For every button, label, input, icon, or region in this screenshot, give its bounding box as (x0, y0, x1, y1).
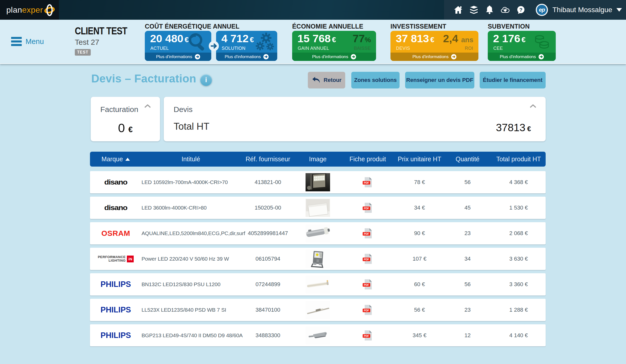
kpi-baisse-label: BAISSE (354, 46, 371, 51)
home-icon[interactable] (454, 6, 462, 14)
arrow-circle-icon (351, 54, 356, 59)
kpi-solution-more[interactable]: Plus d'informations (216, 53, 277, 61)
kpi-gain-label: GAIN ANNUEL (298, 46, 329, 51)
column-header-ref[interactable]: Réf. fournisseur (240, 155, 296, 163)
logo-text: planexper (6, 5, 43, 15)
kpi-devis-label: DEVIS (396, 46, 410, 51)
product-title: BN132C LED12S/830 PSU L1200 (142, 281, 240, 287)
kpi-solution-value: 4 712 (221, 32, 249, 44)
chevron-down-icon[interactable] (616, 8, 622, 12)
pdf-icon[interactable]: PDF (340, 228, 396, 239)
total-price: 4 140 € (492, 332, 546, 339)
product-title: LED 10592lm-700mA-4000K-CRI>70 (142, 179, 240, 185)
help-icon[interactable]: ? (517, 6, 525, 14)
kpi-savings-group: ÉCONOMIE ANNUELLE 15 768€ GAIN ANNUEL 77… (292, 23, 376, 61)
svg-text:PDF: PDF (364, 334, 369, 337)
collapse-chevron-icon[interactable] (144, 104, 151, 108)
svg-text:PDF: PDF (364, 258, 369, 261)
pdf-icon[interactable]: PDF (340, 330, 396, 341)
kpi-card-solution[interactable]: 4 712€ (216, 31, 277, 61)
column-header-prix[interactable]: Prix unitaire HT (396, 155, 444, 163)
product-image-trunking-rail (296, 301, 340, 319)
quantity: 34 (444, 256, 492, 262)
kpi-cost-group: COÛT ÉNERGÉTIQUE ANNUEL 20 480€ ACTUEL P… (145, 23, 277, 61)
app-logo[interactable]: planexper (0, 0, 59, 20)
column-header-fiche[interactable]: Fiche produit (340, 155, 396, 163)
table-row: OSRAM AQUALINE,LED,5200lm840,ECG,PC,dir,… (90, 222, 546, 244)
column-header-marque[interactable]: Marque (90, 155, 142, 163)
kpi-devis-more[interactable]: Plus d'informations (390, 53, 478, 61)
total-price: 1 288 € (492, 307, 546, 313)
pdf-icon[interactable]: PDF (340, 305, 396, 315)
gears-icon (254, 32, 275, 52)
collapse-chevron-icon[interactable] (530, 104, 536, 108)
notifications-icon[interactable] (485, 6, 494, 14)
product-image-batten (296, 275, 340, 293)
magnifier-icon (186, 33, 208, 51)
avatar-monogram: ep (537, 5, 547, 15)
back-button[interactable]: Retour (308, 72, 345, 88)
layers-icon[interactable] (470, 6, 478, 14)
menu-toggle[interactable]: Menu (11, 37, 44, 46)
arrow-circle-icon (451, 54, 456, 59)
total-price: 1 530 € (492, 204, 546, 211)
quantity: 56 (444, 281, 492, 288)
kpi-card-gain[interactable]: 15 768€ GAIN ANNUEL 77% BAISSE Plus d'in… (292, 31, 376, 61)
kpi-cee-more[interactable]: Plus d'informations (488, 53, 556, 61)
column-header-quantite[interactable]: Quantité (444, 155, 492, 163)
user-menu[interactable]: Thibaut Mossalgue (552, 6, 612, 14)
kpi-cost-title: COÛT ÉNERGÉTIQUE ANNUEL (145, 23, 277, 29)
financing-button[interactable]: Étudier le financement (480, 72, 546, 88)
kpi-card-actuel[interactable]: 20 480€ ACTUEL Plus d'informations (145, 31, 211, 61)
table-row: PERFORMANCELIGHTING iN Power LED 220/240… (90, 248, 546, 270)
product-title: AQUALINE,LED,5200lm840,ECG,PC,dir,surf (142, 230, 240, 236)
kpi-investment-title: INVESTISSEMENT (390, 23, 478, 29)
total-price: 3 630 € (492, 256, 546, 262)
kpi-actuel-more[interactable]: Plus d'informations (145, 53, 211, 61)
user-avatar[interactable]: ep (536, 4, 548, 16)
product-ref: 4052899981447 (240, 230, 296, 237)
cloud-download-icon[interactable] (501, 6, 509, 14)
transition-arrow-icon (209, 41, 219, 51)
brand-logo-philips: PHILIPS (101, 305, 131, 314)
product-ref: 38470100 (240, 307, 296, 313)
kpi-gain-more[interactable]: Plus d'informations (292, 53, 376, 61)
total-ht-label: Total HT (174, 121, 209, 132)
devis-panel-title: Devis (174, 105, 193, 114)
pdf-icon[interactable]: PDF (340, 254, 396, 264)
pdf-icon[interactable]: PDF (340, 202, 396, 213)
page-title: Devis – Facturation (91, 72, 196, 85)
svg-text:PDF: PDF (364, 309, 369, 312)
column-header-total[interactable]: Total produit HT (492, 155, 546, 163)
client-name: CLIENT TEST (75, 25, 127, 37)
column-header-intitule[interactable]: Intitulé (142, 155, 240, 163)
hamburger-icon (11, 37, 22, 46)
column-header-image[interactable]: Image (296, 155, 340, 163)
back-arrow-icon (312, 76, 321, 84)
product-ref: 34883300 (240, 332, 296, 339)
kpi-card-devis[interactable]: 37 813€ DEVIS 2,4 ans ROI Plus d'informa… (390, 31, 478, 61)
quantity: 56 (444, 179, 492, 186)
main-content: Devis – Facturation i Retour Zones solut… (0, 64, 626, 364)
svg-text:PDF: PDF (364, 283, 369, 286)
total-ht-value: 37813€ (496, 122, 531, 134)
brand-logo-performance-lighting: PERFORMANCELIGHTING iN (90, 255, 142, 262)
menu-label: Menu (26, 37, 44, 46)
kpi-roi-value: 2,4 (443, 32, 458, 44)
zones-solutions-button[interactable]: Zones solutions (351, 72, 400, 88)
pdf-icon[interactable]: PDF (340, 177, 396, 188)
kpi-card-cee[interactable]: 2 176€ CEE Plus d'informations (488, 31, 556, 61)
kpi-savings-title: ÉCONOMIE ANNUELLE (292, 23, 376, 29)
kpi-devis-value: 37 813 (396, 32, 429, 44)
product-image-led-panel (296, 199, 340, 217)
quantity: 23 (444, 307, 492, 313)
header-band: Menu CLIENT TEST Test 27 TEST COÛT ÉNERG… (0, 20, 626, 64)
svg-text:?: ? (519, 7, 523, 13)
facturation-panel: Facturation 0 € (91, 97, 160, 141)
kpi-actuel-label: ACTUEL (150, 46, 169, 51)
product-image-floodlight-dark (296, 173, 340, 191)
devis-pdf-button[interactable]: Renseigner un devis PDF (405, 72, 474, 88)
pdf-icon[interactable]: PDF (340, 279, 396, 290)
unit-price: 60 € (396, 281, 444, 288)
info-icon[interactable]: i (200, 74, 212, 86)
